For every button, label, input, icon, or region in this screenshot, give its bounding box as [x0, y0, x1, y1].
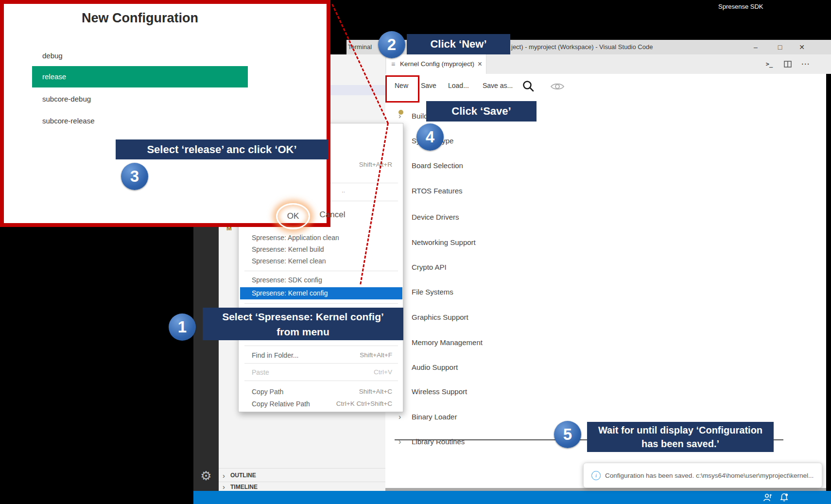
chevron-right-icon: › — [223, 482, 225, 491]
save-as-button[interactable]: Save as... — [483, 74, 513, 97]
config-item-rtos-features[interactable]: RTOS Features — [398, 186, 603, 196]
split-editor-icon[interactable] — [780, 54, 795, 74]
menu-item-sdk-config[interactable]: Spresense: SDK config — [252, 275, 322, 285]
gear-icon[interactable]: ⚙ — [193, 469, 219, 484]
sidebar-section-timeline[interactable]: › TIMELINE — [219, 482, 385, 491]
cancel-button[interactable]: Cancel — [317, 210, 347, 220]
menu-separator — [244, 303, 398, 304]
config-item-binary-loader[interactable]: › Binary Loader — [398, 412, 603, 422]
step-badge-3: 3 — [121, 163, 148, 190]
info-icon: i — [591, 471, 601, 480]
config-option-release[interactable]: release — [32, 66, 248, 87]
close-button[interactable]: ✕ — [794, 40, 810, 54]
window-title: ject) - myproject (Workspace) - Visual S… — [511, 40, 653, 54]
config-item-memory-management[interactable]: Memory Management — [398, 338, 603, 348]
tab-close-icon[interactable]: × — [478, 54, 482, 74]
menu-separator — [244, 363, 398, 364]
chevron-right-icon: › — [398, 111, 401, 121]
config-item-device-drivers[interactable]: Device Drivers — [398, 212, 603, 222]
load-button[interactable]: Load... — [448, 74, 469, 97]
config-item-file-systems[interactable]: File Systems — [398, 287, 603, 297]
menu-item-tail: .. — [342, 187, 345, 194]
new-configuration-dialog: New Configuration debug release subcore-… — [0, 0, 330, 227]
config-item-graphics-support[interactable]: Graphics Support — [398, 313, 603, 322]
config-item-audio-support[interactable]: Audio Support — [398, 363, 603, 372]
chevron-right-icon: › — [398, 412, 401, 422]
menu-item-find-in-folder[interactable]: Find in Folder... — [252, 350, 299, 360]
annotation-banner-3: Select ‘release’ anc click ‘OK’ — [116, 139, 328, 159]
tab-kernel-config[interactable]: ≡ Kernel Config (myproject) × — [386, 54, 486, 74]
status-spresense-sdk[interactable]: Spresense SDK — [718, 0, 763, 13]
maximize-button[interactable]: □ — [772, 40, 788, 54]
menu-shortcut-reveal: Shift+Alt+R — [359, 160, 392, 170]
config-item-board-selection[interactable]: Board Selection — [398, 161, 603, 171]
screenshot-stage: Terminal ject) - myproject (Workspace) -… — [0, 0, 831, 504]
bell-icon[interactable] — [779, 493, 789, 502]
menu-item-kernel-clean[interactable]: Spresense: Kernel clean — [252, 256, 326, 266]
dialog-title: New Configuration — [23, 11, 257, 26]
config-option-subcore-release[interactable]: subcore-release — [42, 116, 95, 126]
config-item-networking-support[interactable]: Networking Support — [398, 238, 603, 247]
menu-item-copy-relative-path[interactable]: Copy Relative Path — [252, 399, 310, 409]
annotation-banner-1: Select ‘Spresense: Kernel config’ from m… — [203, 308, 403, 340]
notification-message: Configuration has been saved. c:\msys64\… — [605, 472, 814, 479]
more-actions-icon[interactable]: ⋯ — [798, 54, 813, 74]
feedback-icon[interactable] — [763, 493, 773, 502]
tab-label: Kernel Config (myproject) — [400, 54, 474, 74]
status-bar — [193, 491, 831, 504]
menu-item-paste: Paste — [252, 367, 269, 377]
menu-separator — [244, 381, 398, 381]
step-badge-4: 4 — [416, 123, 444, 151]
terminal-icon[interactable]: >_ — [762, 54, 777, 74]
config-item-crypto-api[interactable]: Crypto API — [398, 262, 603, 272]
config-option-debug[interactable]: debug — [42, 51, 63, 61]
annotation-banner-4: Click ‘Save’ — [426, 101, 537, 122]
ok-button[interactable]: OK — [276, 203, 310, 229]
menu-shortcut: Shift+Alt+F — [360, 350, 392, 360]
menu-item-application-clean[interactable]: Spresense: Application clean — [252, 233, 339, 243]
menu-shortcut: Ctrl+V — [374, 367, 392, 377]
config-item-wireless-support[interactable]: Wireless Support — [398, 387, 603, 397]
menu-separator — [244, 346, 398, 346]
chevron-right-icon: › — [398, 437, 401, 447]
menu-separator — [244, 271, 398, 271]
sidebar-section-outline[interactable]: › OUTLINE — [219, 468, 385, 482]
menu-item-copy-path[interactable]: Copy Path — [252, 387, 283, 397]
step-badge-5: 5 — [554, 421, 581, 448]
save-button[interactable]: Save — [421, 74, 436, 97]
menu-shortcut: Shift+Alt+C — [359, 387, 392, 397]
search-icon[interactable] — [522, 80, 535, 92]
step-badge-2: 2 — [378, 31, 405, 58]
menu-item-kernel-config[interactable]: Spresense: Kernel config — [240, 287, 402, 299]
annotation-banner-2: Click ‘New’ — [407, 34, 510, 54]
minimize-button[interactable]: – — [747, 40, 764, 54]
menu-shortcut: Ctrl+K Ctrl+Shift+C — [336, 399, 392, 409]
config-option-subcore-debug[interactable]: subcore-debug — [42, 94, 91, 104]
menu-item-kernel-build[interactable]: Spresense: Kernel build — [252, 244, 324, 254]
highlight-box-new-button — [385, 75, 419, 103]
eye-icon[interactable] — [550, 82, 565, 91]
step-badge-1: 1 — [169, 313, 196, 341]
notification-toast: i Configuration has been saved. c:\msys6… — [583, 463, 822, 488]
annotation-banner-5: Wait for until display ‘Configuration ha… — [587, 422, 774, 452]
chevron-right-icon: › — [223, 469, 225, 482]
